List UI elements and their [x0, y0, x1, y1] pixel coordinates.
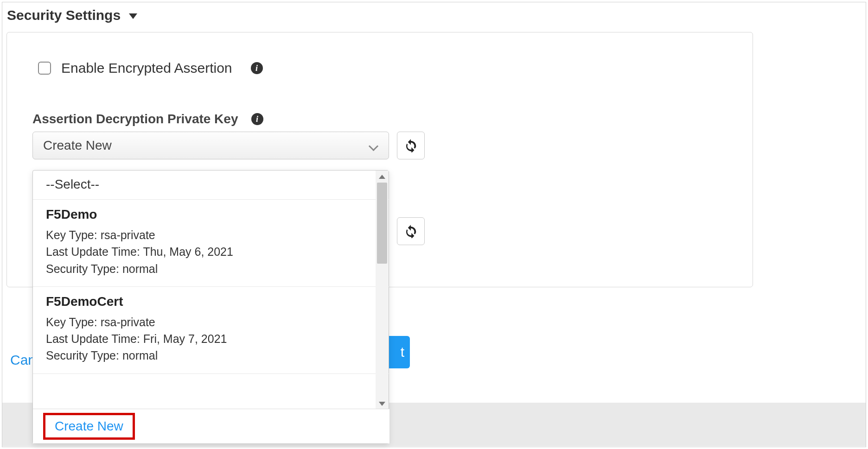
info-icon[interactable]: i [251, 62, 263, 74]
dropdown-option-keytype: Key Type: rsa-private [46, 314, 377, 330]
dropdown-option-title: F5DemoCert [46, 294, 377, 309]
triangle-up-icon [379, 175, 385, 179]
refresh-button[interactable] [397, 132, 425, 159]
create-new-option[interactable]: Create New [43, 413, 135, 440]
scrollbar-thumb[interactable] [377, 183, 387, 264]
section-title: Security Settings [7, 7, 121, 23]
enable-encrypted-assertion-row: Enable Encrypted Assertion i [38, 60, 263, 76]
enable-encrypted-assertion-label: Enable Encrypted Assertion [61, 60, 232, 76]
info-icon[interactable]: i [251, 113, 263, 125]
private-key-label: Assertion Decryption Private Key [32, 112, 238, 126]
private-key-label-row: Assertion Decryption Private Key i [32, 112, 263, 126]
dropdown-footer: Create New [33, 409, 389, 443]
triangle-down-icon [379, 402, 385, 406]
dropdown-option-title: F5Demo [46, 207, 377, 222]
dropdown-scrollbar[interactable] [376, 171, 389, 410]
dropdown-option-keytype: Key Type: rsa-private [46, 227, 377, 243]
scroll-down-button[interactable] [376, 398, 389, 410]
chevron-down-icon [369, 141, 378, 150]
dropdown-option-cutoff[interactable] [33, 374, 389, 384]
private-key-select-value: Create New [43, 138, 369, 153]
dropdown-option-lastupdate: Last Update Time: Fri, May 7, 2021 [46, 330, 377, 347]
scroll-up-button[interactable] [376, 171, 389, 183]
dropdown-option-placeholder[interactable]: --Select-- [33, 171, 389, 200]
refresh-button[interactable] [397, 217, 425, 245]
dropdown-list: --Select-- F5Demo Key Type: rsa-private … [33, 171, 389, 410]
dropdown-option-lastupdate: Last Update Time: Thu, May 6, 2021 [46, 243, 377, 260]
private-key-dropdown: --Select-- F5Demo Key Type: rsa-private … [32, 170, 389, 444]
caret-down-icon [129, 13, 137, 19]
dropdown-option[interactable]: F5Demo Key Type: rsa-private Last Update… [33, 200, 389, 287]
refresh-icon [404, 139, 418, 152]
dropdown-option-securitytype: Security Type: normal [46, 260, 377, 277]
dropdown-option-securitytype: Security Type: normal [46, 347, 377, 364]
dropdown-option[interactable]: F5DemoCert Key Type: rsa-private Last Up… [33, 287, 389, 374]
section-header[interactable]: Security Settings [7, 7, 137, 23]
refresh-icon [404, 224, 418, 238]
enable-encrypted-assertion-checkbox[interactable] [38, 62, 51, 75]
cancel-link[interactable]: Can [10, 352, 36, 368]
next-button-label: t [401, 344, 404, 360]
private-key-select[interactable]: Create New [32, 132, 389, 159]
